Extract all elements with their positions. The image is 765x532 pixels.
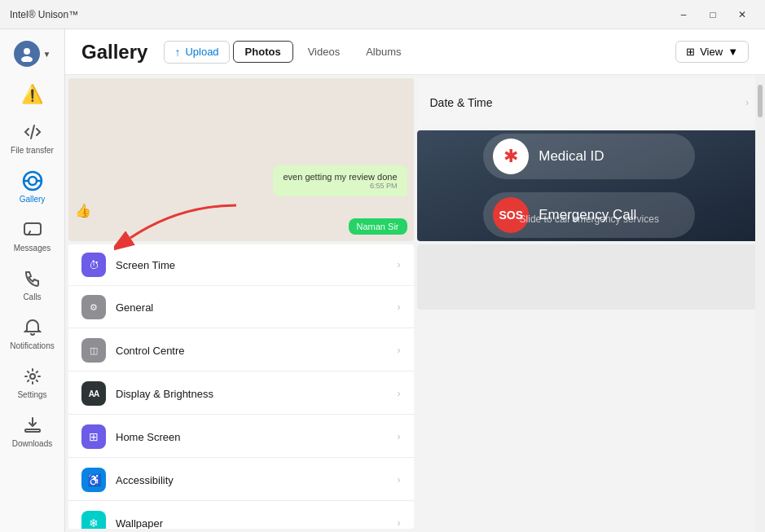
view-button[interactable]: ⊞ View ▼	[675, 41, 749, 63]
home-screen-icon: ⊞	[81, 424, 106, 449]
accessibility-icon: ♿	[81, 468, 106, 492]
upload-button[interactable]: ↑ Upload	[164, 41, 229, 64]
scrollbar[interactable]	[755, 75, 765, 532]
sidebar-item-label-calls: Calls	[23, 292, 41, 301]
gallery-grid: even getting my review done 6:55 PM 👍 Na…	[65, 75, 765, 532]
profile-button[interactable]: ▼	[7, 36, 58, 72]
upload-icon: ↑	[174, 46, 180, 59]
window-controls: – □ ✕	[670, 5, 755, 24]
minimize-button[interactable]: –	[670, 5, 697, 24]
control-centre-icon: ◫	[81, 338, 106, 363]
grid-icon: ⊞	[686, 46, 695, 58]
gallery-cell-settings[interactable]: ⏱ Screen Time › ⚙ General › ◫ Control Ce…	[68, 244, 414, 529]
accessibility-chevron-icon: ›	[398, 474, 401, 486]
avatar	[14, 41, 40, 67]
gallery-cell-empty[interactable]	[417, 244, 763, 310]
right-column: Date & Time › ✱ Medical ID SOS Emergency…	[417, 78, 763, 241]
settings-item-display[interactable]: AA Display & Brightness ›	[68, 373, 414, 415]
gallery-icon	[21, 169, 44, 192]
tab-photos[interactable]: Photos	[233, 41, 293, 63]
settings-item-home-screen[interactable]: ⊞ Home Screen ›	[68, 416, 414, 458]
date-time-label: Date & Time	[430, 96, 746, 109]
page-title: Gallery	[81, 41, 147, 64]
sidebar-item-label-gallery: Gallery	[20, 195, 46, 204]
sidebar-item-label-messages: Messages	[14, 244, 51, 253]
settings-label-accessibility: Accessibility	[116, 474, 398, 486]
chat-bubble: even getting my review done 6:55 PM	[273, 165, 407, 196]
sidebar-item-label-notifications: Notifications	[10, 341, 54, 350]
chat-time: 6:55 PM	[283, 182, 397, 190]
sidebar-item-settings[interactable]: Settings	[3, 358, 62, 406]
medical-id-button[interactable]: ✱ Medical ID	[483, 134, 695, 179]
svg-point-3	[29, 177, 37, 185]
sidebar: ▼ ⚠️ File transfer	[0, 29, 65, 532]
settings-icon	[21, 365, 44, 388]
svg-point-7	[30, 374, 35, 379]
messages-icon	[21, 218, 44, 241]
general-icon: ⚙	[81, 295, 106, 319]
control-centre-chevron-icon: ›	[398, 345, 401, 356]
sos-cell[interactable]: ✱ Medical ID SOS Emergency Call Slide to…	[417, 130, 763, 241]
svg-point-0	[24, 48, 30, 55]
sidebar-item-label-file-transfer: File transfer	[11, 146, 54, 155]
sidebar-item-notifications[interactable]: Notifications	[3, 310, 62, 357]
settings-label-control-centre: Control Centre	[116, 345, 398, 357]
chat-name-bubble: Naman Sir	[349, 218, 407, 235]
screen-time-icon: ⏱	[81, 253, 106, 277]
header-actions: ↑ Upload Photos Videos Albums ⊞ View ▼	[164, 41, 749, 64]
date-time-cell[interactable]: Date & Time ›	[417, 78, 763, 127]
settings-item-wallpaper[interactable]: ❄ Wallpaper ›	[68, 503, 414, 529]
gallery-area: even getting my review done 6:55 PM 👍 Na…	[65, 75, 765, 532]
settings-label-display: Display & Brightness	[116, 388, 398, 400]
sidebar-item-label-settings: Settings	[17, 390, 46, 399]
chat-text: even getting my review done	[283, 172, 397, 182]
sidebar-item-downloads[interactable]: Downloads	[3, 407, 62, 455]
sidebar-item-file-transfer[interactable]: File transfer	[3, 114, 62, 161]
tab-videos[interactable]: Videos	[297, 42, 352, 62]
screen-time-label: Screen Time	[116, 259, 398, 271]
settings-screen-time[interactable]: ⏱ Screen Time ›	[68, 244, 414, 286]
notifications-icon	[21, 316, 44, 339]
gallery-cell-chat[interactable]: even getting my review done 6:55 PM 👍 Na…	[68, 78, 414, 241]
settings-item-general[interactable]: ⚙ General ›	[68, 287, 414, 328]
settings-item-control-centre[interactable]: ◫ Control Centre ›	[68, 330, 414, 372]
chevron-down-icon: ▼	[43, 50, 51, 59]
sidebar-item-messages[interactable]: Messages	[3, 212, 62, 259]
sidebar-item-label-downloads: Downloads	[12, 439, 52, 448]
scroll-thumb[interactable]	[758, 85, 763, 117]
general-chevron-icon: ›	[398, 301, 401, 313]
svg-rect-8	[25, 429, 40, 432]
home-screen-chevron-icon: ›	[398, 431, 401, 442]
wallpaper-chevron-icon: ›	[398, 517, 401, 529]
warning-indicator: ⚠️	[16, 78, 49, 111]
downloads-icon	[21, 414, 44, 437]
maximize-button[interactable]: □	[700, 5, 726, 24]
app-title: Intel® Unison™	[10, 9, 670, 20]
chat-emoji: 👍	[75, 203, 407, 218]
wallpaper-icon: ❄	[81, 511, 106, 529]
close-button[interactable]: ✕	[729, 5, 755, 24]
display-chevron-icon: ›	[398, 388, 401, 399]
title-bar: Intel® Unison™ – □ ✕	[0, 0, 765, 29]
medical-id-label: Medical ID	[539, 148, 604, 165]
file-transfer-icon	[21, 121, 44, 143]
settings-label-home-screen: Home Screen	[116, 431, 398, 443]
settings-item-accessibility[interactable]: ♿ Accessibility ›	[68, 459, 414, 501]
sos-subtitle: Slide to call emergency services	[520, 213, 659, 225]
sidebar-item-calls[interactable]: Calls	[3, 261, 62, 308]
header: Gallery ↑ Upload Photos Videos Albums ⊞ …	[65, 29, 765, 75]
screen-time-chevron-icon: ›	[398, 259, 401, 270]
warning-icon: ⚠️	[21, 84, 43, 105]
main-content: Gallery ↑ Upload Photos Videos Albums ⊞ …	[65, 29, 765, 532]
app-body: ▼ ⚠️ File transfer	[0, 29, 765, 532]
svg-point-1	[21, 56, 33, 62]
display-icon: AA	[81, 381, 106, 406]
date-time-chevron-icon: ›	[745, 97, 749, 108]
svg-rect-6	[24, 223, 41, 235]
settings-label-wallpaper: Wallpaper	[116, 517, 398, 530]
calls-icon	[21, 267, 44, 290]
tab-albums[interactable]: Albums	[354, 42, 412, 62]
chevron-down-icon: ▼	[728, 46, 738, 58]
medical-id-icon: ✱	[493, 138, 529, 174]
sidebar-item-gallery[interactable]: Gallery	[3, 163, 62, 210]
